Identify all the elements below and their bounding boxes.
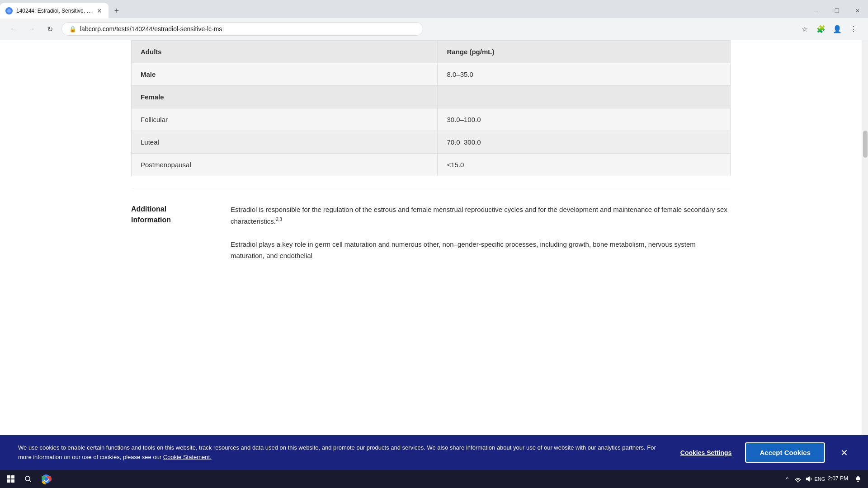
- menu-icon[interactable]: ⋮: [846, 22, 861, 36]
- svg-marker-11: [806, 476, 810, 482]
- table-row: Male 8.0–35.0: [132, 63, 731, 86]
- address-bar: ← → ↻ 🔒 labcorp.com/tests/140244/estradi…: [0, 18, 868, 40]
- window-controls: ─ ❐ ✕: [806, 2, 868, 20]
- content-area: Adults Range (pg/mL) Male 8.0–35.0 Femal…: [0, 40, 862, 470]
- svg-point-10: [797, 481, 799, 483]
- volume-icon[interactable]: [804, 474, 813, 483]
- cookies-settings-button[interactable]: Cookies Settings: [680, 449, 732, 456]
- svg-rect-4: [11, 479, 14, 483]
- minimize-button[interactable]: ─: [806, 2, 826, 20]
- back-button[interactable]: ←: [7, 23, 20, 35]
- svg-rect-1: [7, 475, 10, 479]
- table-row: Female: [132, 86, 731, 108]
- cookie-statement-link[interactable]: Cookie Statement.: [163, 454, 212, 460]
- taskbar-search-button[interactable]: [20, 472, 36, 486]
- table-cell-value: [438, 86, 731, 108]
- table-row: Follicular 30.0–100.0: [132, 108, 731, 131]
- maximize-button[interactable]: ❐: [826, 2, 847, 20]
- svg-point-5: [25, 476, 30, 481]
- cookie-text: We use cookies to enable certain functio…: [18, 443, 667, 462]
- page-content: Adults Range (pg/mL) Male 8.0–35.0 Femal…: [0, 40, 868, 470]
- reference-table-wrapper: Adults Range (pg/mL) Male 8.0–35.0 Femal…: [0, 40, 862, 176]
- table-cell-value: 8.0–35.0: [438, 63, 731, 86]
- main-area: Adults Range (pg/mL) Male 8.0–35.0 Femal…: [0, 40, 868, 470]
- url-bar[interactable]: 🔒 labcorp.com/tests/140244/estradiol-sen…: [61, 22, 423, 36]
- cookie-banner: We use cookies to enable certain functio…: [0, 435, 868, 470]
- additional-info-label: Additional Information: [131, 204, 203, 262]
- taskbar-right: ^ ENG 2:07 PM: [783, 473, 864, 485]
- taskbar: ^ ENG 2:07 PM: [0, 470, 868, 488]
- chevron-up-icon[interactable]: ^: [783, 474, 792, 483]
- active-tab[interactable]: 140244: Estradiol, Sensitive, LC/M ✕: [0, 3, 108, 19]
- forward-button[interactable]: →: [25, 23, 38, 35]
- additional-section: Additional Information Estradiol is resp…: [0, 204, 862, 275]
- profile-icon[interactable]: 👤: [830, 22, 844, 36]
- notification-icon[interactable]: [852, 473, 864, 485]
- tab-close-button[interactable]: ✕: [96, 7, 103, 14]
- taskbar-clock: 2:07 PM: [828, 475, 848, 483]
- new-tab-button[interactable]: +: [110, 5, 123, 17]
- table-cell-label: Postmenopausal: [132, 154, 438, 176]
- table-row: Postmenopausal <15.0: [132, 154, 731, 176]
- taskbar-chrome-icon[interactable]: [38, 471, 54, 487]
- reload-button[interactable]: ↻: [43, 23, 56, 35]
- table-cell-label: Female: [132, 86, 438, 108]
- extensions-icon[interactable]: 🧩: [814, 22, 828, 36]
- start-button[interactable]: [4, 472, 18, 486]
- table-cell-label: Luteal: [132, 131, 438, 154]
- table-cell-label: Follicular: [132, 108, 438, 131]
- toolbar-icons: ☆ 🧩 👤 ⋮: [797, 22, 861, 36]
- tab-title: 140244: Estradiol, Sensitive, LC/M: [16, 8, 92, 14]
- tab-favicon: [5, 7, 13, 14]
- table-header-col1: Adults: [132, 41, 438, 63]
- bookmark-icon[interactable]: ☆: [797, 22, 812, 36]
- scrollbar[interactable]: [862, 40, 868, 470]
- svg-rect-12: [857, 481, 859, 482]
- svg-rect-2: [11, 475, 14, 479]
- table-cell-value: <15.0: [438, 154, 731, 176]
- table-cell-value: 70.0–300.0: [438, 131, 731, 154]
- lang-indicator[interactable]: ENG: [815, 474, 824, 483]
- accept-cookies-button[interactable]: Accept Cookies: [745, 442, 825, 463]
- lock-icon: 🔒: [69, 26, 76, 33]
- section-divider: [131, 190, 731, 190]
- taskbar-system-icons: ^ ENG: [783, 474, 824, 483]
- svg-rect-3: [7, 479, 10, 483]
- reference-table: Adults Range (pg/mL) Male 8.0–35.0 Femal…: [131, 40, 731, 176]
- cookie-close-button[interactable]: ✕: [839, 446, 850, 460]
- svg-line-6: [29, 480, 31, 482]
- url-text: labcorp.com/tests/140244/estradiol-sensi…: [80, 25, 415, 33]
- superscript-ref: 2,3: [276, 217, 282, 222]
- tab-bar: 140244: Estradiol, Sensitive, LC/M ✕ + ─…: [0, 0, 868, 18]
- table-cell-value: 30.0–100.0: [438, 108, 731, 131]
- table-cell-label: Male: [132, 63, 438, 86]
- scrollbar-thumb[interactable]: [863, 131, 868, 158]
- close-button[interactable]: ✕: [847, 2, 868, 20]
- table-row: Luteal 70.0–300.0: [132, 131, 731, 154]
- network-icon[interactable]: [793, 474, 802, 483]
- browser-chrome: 140244: Estradiol, Sensitive, LC/M ✕ + ─…: [0, 0, 868, 40]
- additional-info-text: Estradiol is responsible for the regulat…: [231, 204, 731, 262]
- table-header-col2: Range (pg/mL): [438, 41, 731, 63]
